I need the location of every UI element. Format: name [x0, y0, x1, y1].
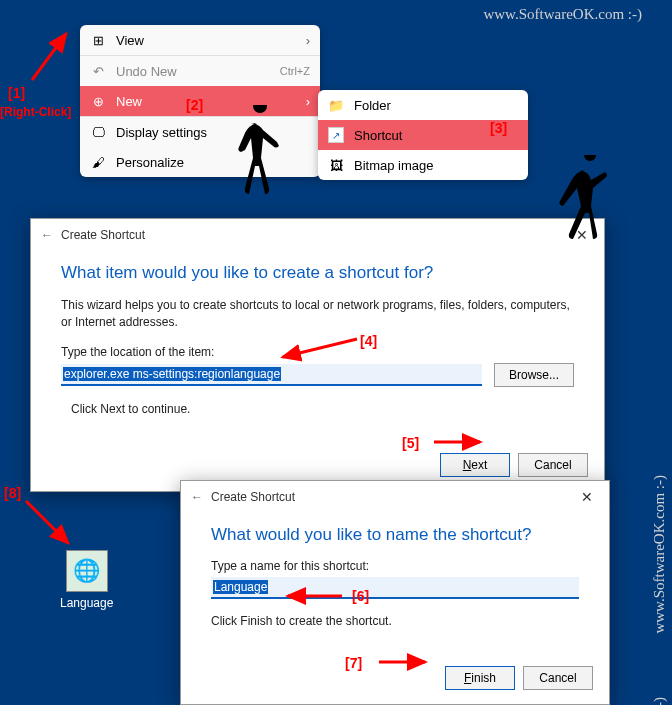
shortcut-icon: ↗	[328, 127, 344, 143]
cancel-button[interactable]: Cancel	[523, 666, 593, 690]
folder-icon: 📁	[328, 97, 344, 113]
annotation-3: [3]	[490, 120, 507, 136]
continue-text: Click Next to continue.	[71, 401, 574, 418]
name-input[interactable]: Language	[211, 577, 579, 599]
location-value: explorer.exe ms-settings:regionlanguage	[63, 367, 281, 381]
dialog-desc: This wizard helps you to create shortcut…	[61, 297, 574, 331]
dialog-header: ← Create Shortcut ✕	[31, 219, 604, 251]
dialog-title: Create Shortcut	[211, 490, 295, 504]
svg-line-5	[26, 501, 68, 543]
menu-undo[interactable]: ↶ Undo New Ctrl+Z	[80, 56, 320, 86]
chevron-right-icon: ›	[306, 94, 310, 109]
annotation-5: [5]	[402, 435, 419, 451]
undo-icon: ↶	[90, 63, 106, 79]
display-icon: 🖵	[90, 124, 106, 140]
finish-button[interactable]: Finish	[445, 666, 515, 690]
annotation-6: [6]	[352, 588, 369, 604]
submenu-folder-label: Folder	[354, 98, 518, 113]
continue-text: Click Finish to create the shortcut.	[211, 613, 579, 630]
dialog-header: ← Create Shortcut ✕	[181, 481, 609, 513]
svg-line-0	[32, 34, 66, 80]
menu-view-label: View	[116, 33, 296, 48]
menu-undo-key: Ctrl+Z	[280, 65, 310, 77]
submenu-bitmap-label: Bitmap image	[354, 158, 518, 173]
create-shortcut-dialog-1: ← Create Shortcut ✕ What item would you …	[30, 218, 605, 492]
submenu-bitmap[interactable]: 🖼 Bitmap image	[318, 150, 528, 180]
arrow-8	[20, 495, 80, 555]
name-label: Type a name for this shortcut:	[211, 559, 579, 573]
watermark-top: www.SoftwareOK.com :-)	[483, 6, 642, 23]
menu-view[interactable]: ⊞ View ›	[80, 25, 320, 55]
menu-undo-label: Undo New	[116, 64, 270, 79]
language-icon: 🌐	[66, 550, 108, 592]
close-icon[interactable]: ✕	[575, 487, 599, 507]
arrow-1	[26, 26, 76, 86]
annotation-1: [1]	[8, 85, 25, 101]
view-icon: ⊞	[90, 32, 106, 48]
plus-icon: ⊕	[90, 93, 106, 109]
location-label: Type the location of the item:	[61, 345, 574, 359]
desktop-shortcut-icon[interactable]: 🌐 Language	[60, 550, 113, 610]
submenu-folder[interactable]: 📁 Folder	[318, 90, 528, 120]
watermark-right: www.SoftwareOK.com :-)	[651, 475, 668, 634]
desktop-icon-label: Language	[60, 596, 113, 610]
silhouette-figure-2	[540, 155, 620, 255]
dialog-heading: What would you like to name the shortcut…	[211, 525, 579, 545]
create-shortcut-dialog-2: ← Create Shortcut ✕ What would you like …	[180, 480, 610, 705]
annotation-1b: [Right-Click]	[0, 105, 71, 119]
cancel-button[interactable]: Cancel	[518, 453, 588, 477]
location-input[interactable]: explorer.exe ms-settings:regionlanguage	[61, 364, 482, 386]
personalize-icon: 🖌	[90, 154, 106, 170]
next-button[interactable]: Next	[440, 453, 510, 477]
annotation-4: [4]	[360, 333, 377, 349]
image-icon: 🖼	[328, 157, 344, 173]
annotation-8: [8]	[4, 485, 21, 501]
annotation-7: [7]	[345, 655, 362, 671]
browse-button[interactable]: Browse...	[494, 363, 574, 387]
dialog-title: Create Shortcut	[61, 228, 145, 242]
back-icon[interactable]: ←	[191, 490, 203, 504]
chevron-right-icon: ›	[306, 33, 310, 48]
back-icon[interactable]: ←	[41, 228, 53, 242]
name-value: Language	[213, 580, 268, 594]
watermark-bottom: www.SoftwareOK.com :-)	[651, 697, 668, 705]
silhouette-figure-1	[225, 105, 295, 215]
annotation-2: [2]	[186, 97, 203, 113]
dialog-heading: What item would you like to create a sho…	[61, 263, 574, 283]
